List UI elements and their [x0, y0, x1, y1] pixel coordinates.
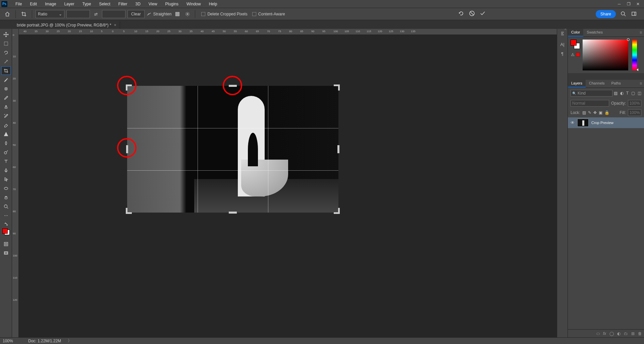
pen-tool[interactable]: [1, 166, 11, 174]
swap-colors-icon[interactable]: [1, 222, 11, 226]
crop-options-gear-icon[interactable]: [183, 10, 192, 18]
gradient-tool[interactable]: [1, 130, 11, 138]
clear-button[interactable]: Clear: [127, 10, 145, 18]
quick-mask-icon[interactable]: [1, 240, 11, 248]
group-layers-icon[interactable]: 🗀: [624, 331, 628, 336]
tab-color[interactable]: Color: [568, 29, 583, 37]
content-aware-checkbox[interactable]: Content-Aware: [252, 12, 285, 16]
ratio-dropdown[interactable]: Ratio⌄: [36, 10, 64, 18]
tab-close-icon[interactable]: ×: [114, 23, 116, 27]
blend-mode-dropdown[interactable]: Normal: [571, 100, 609, 107]
type-tool[interactable]: [1, 157, 11, 165]
filter-pixel-icon[interactable]: ▨: [614, 91, 618, 96]
expand-panels-icon[interactable]: «: [565, 27, 566, 31]
shape-tool[interactable]: [1, 184, 11, 192]
filter-shape-icon[interactable]: ▢: [631, 91, 635, 96]
gamut-warning-icon[interactable]: ⚠: [571, 52, 580, 57]
color-fg-bg-swatches[interactable]: [571, 40, 580, 49]
visibility-toggle-icon[interactable]: 👁: [571, 120, 575, 125]
eyedropper-tool[interactable]: [1, 75, 11, 84]
overlay-options-icon[interactable]: [173, 10, 181, 18]
history-brush-tool[interactable]: [1, 112, 11, 120]
zoom-level[interactable]: 100%: [3, 339, 21, 343]
document-tab[interactable]: bride portrait.JPG @ 100% (Crop Preview,…: [13, 21, 120, 29]
blur-tool[interactable]: [1, 139, 11, 147]
panel-menu-icon[interactable]: ≡: [638, 80, 644, 88]
crop-tool[interactable]: [1, 66, 11, 75]
menu-type[interactable]: Type: [78, 2, 95, 6]
fill-input[interactable]: 100%: [628, 109, 641, 116]
tab-channels[interactable]: Channels: [586, 80, 608, 88]
clone-stamp-tool[interactable]: [1, 103, 11, 111]
lock-pixels-icon[interactable]: ✎: [588, 110, 591, 115]
layer-fx-icon[interactable]: fx: [603, 331, 606, 336]
tab-paths[interactable]: Paths: [608, 80, 624, 88]
cancel-crop-icon[interactable]: [469, 10, 475, 17]
new-layer-icon[interactable]: ⊞: [631, 331, 635, 336]
tab-layers[interactable]: Layers: [568, 80, 586, 88]
layer-filter-kind[interactable]: 🔍 Kind: [571, 90, 612, 97]
brush-tool[interactable]: [1, 94, 11, 102]
zoom-tool[interactable]: [1, 202, 11, 211]
share-button[interactable]: Share: [596, 10, 616, 18]
filter-adjustment-icon[interactable]: ◐: [620, 91, 624, 96]
adjustment-layer-icon[interactable]: ◐: [617, 331, 621, 336]
crop-height-input[interactable]: [102, 10, 125, 18]
crop-tool-icon[interactable]: [19, 9, 29, 19]
lock-position-icon[interactable]: ✥: [593, 110, 597, 115]
crop-handle-bottom-left[interactable]: [126, 208, 132, 214]
path-selection-tool[interactable]: [1, 175, 11, 183]
commit-crop-icon[interactable]: [480, 10, 486, 17]
layer-row[interactable]: 👁 Crop Preview: [568, 117, 644, 128]
menu-3d[interactable]: 3D: [131, 2, 144, 6]
foreground-background-colors[interactable]: [2, 228, 10, 236]
layer-name[interactable]: Crop Preview: [591, 121, 613, 125]
screen-mode-icon[interactable]: [1, 249, 11, 257]
character-panel-icon[interactable]: [560, 31, 565, 37]
panel-menu-icon[interactable]: ≡: [638, 29, 644, 37]
menu-view[interactable]: View: [145, 2, 161, 6]
canvas[interactable]: [19, 35, 557, 337]
lock-artboard-icon[interactable]: ▣: [599, 110, 602, 115]
close-button[interactable]: ✕: [633, 0, 643, 8]
delete-layer-icon[interactable]: 🗑: [638, 331, 642, 336]
delete-cropped-checkbox[interactable]: Delete Cropped Pixels: [201, 12, 247, 16]
menu-image[interactable]: Image: [41, 2, 60, 6]
menu-window[interactable]: Window: [182, 2, 205, 6]
crop-handle-bottom-right[interactable]: [334, 208, 340, 214]
hue-slider[interactable]: [632, 40, 637, 70]
menu-help[interactable]: Help: [205, 2, 221, 6]
reset-crop-icon[interactable]: [458, 10, 464, 17]
move-tool[interactable]: [1, 30, 11, 39]
hand-tool[interactable]: [1, 193, 11, 202]
paragraph-panel-icon[interactable]: A|: [560, 42, 564, 47]
eraser-tool[interactable]: [1, 121, 11, 129]
workspace-switcher-icon[interactable]: [631, 11, 637, 17]
maximize-button[interactable]: ❐: [624, 0, 633, 8]
minimize-button[interactable]: ─: [614, 0, 624, 8]
menu-plugins[interactable]: Plugins: [161, 2, 182, 6]
layer-mask-icon[interactable]: ◯: [609, 331, 614, 336]
filter-smart-icon[interactable]: ◫: [638, 91, 641, 96]
menu-edit[interactable]: Edit: [26, 2, 41, 6]
search-icon[interactable]: [621, 11, 627, 17]
crop-width-input[interactable]: [66, 10, 90, 18]
dodge-tool[interactable]: [1, 148, 11, 156]
color-picker[interactable]: [583, 40, 628, 70]
crop-handle-top-right[interactable]: [334, 84, 340, 91]
edit-toolbar[interactable]: ⋯: [1, 211, 11, 220]
filter-type-icon[interactable]: T: [626, 91, 629, 96]
link-layers-icon[interactable]: ⬭: [596, 331, 600, 336]
lock-all-icon[interactable]: 🔒: [604, 110, 609, 115]
menu-file[interactable]: File: [11, 2, 26, 6]
magic-wand-tool[interactable]: [1, 57, 11, 66]
marquee-tool[interactable]: [1, 39, 11, 48]
lasso-tool[interactable]: [1, 48, 11, 57]
opacity-input[interactable]: 100%: [628, 100, 641, 107]
straighten-button[interactable]: Straighten: [147, 12, 172, 16]
menu-select[interactable]: Select: [95, 2, 114, 6]
crop-handle-bottom[interactable]: [229, 212, 237, 214]
home-icon[interactable]: [3, 9, 12, 19]
menu-layer[interactable]: Layer: [60, 2, 78, 6]
menu-filter[interactable]: Filter: [114, 2, 131, 6]
